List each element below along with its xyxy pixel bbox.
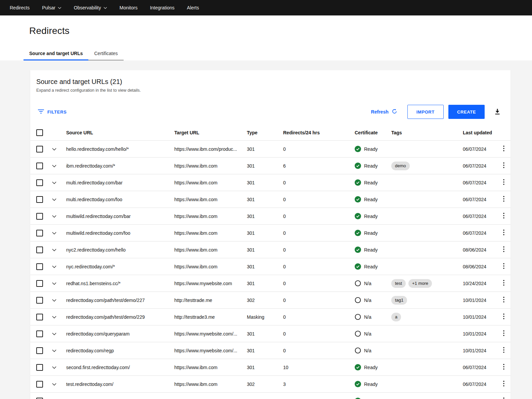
tab-certificates[interactable]: Certificates <box>88 48 123 60</box>
nav-item-integrations[interactable]: Integrations <box>150 5 174 10</box>
redirects-count-cell: 0 <box>283 331 355 337</box>
column-header-tags[interactable]: Tags <box>391 130 463 135</box>
kebab-menu-icon <box>503 263 504 270</box>
expand-row-button[interactable] <box>45 197 60 202</box>
row-overflow-menu-button[interactable] <box>497 397 511 399</box>
filters-button[interactable]: FILTERS <box>35 106 70 118</box>
row-overflow-menu-button[interactable] <box>497 229 511 236</box>
expand-row-button[interactable] <box>45 348 60 353</box>
row-overflow-menu-button[interactable] <box>497 196 511 203</box>
row-overflow-menu-button[interactable] <box>497 347 511 354</box>
nav-item-label: Alerts <box>187 5 199 10</box>
certificate-cell: Ready <box>355 196 391 203</box>
expand-row-button[interactable] <box>45 365 60 370</box>
row-checkbox[interactable] <box>36 146 43 152</box>
row-checkbox[interactable] <box>36 163 43 169</box>
expand-row-button[interactable] <box>45 314 60 320</box>
row-checkbox[interactable] <box>36 280 43 287</box>
row-checkbox[interactable] <box>36 213 43 220</box>
row-checkbox[interactable] <box>36 297 43 304</box>
nav-item-observability[interactable]: Observability <box>74 5 107 10</box>
column-header-type[interactable]: Type <box>247 130 283 135</box>
row-overflow-menu-button[interactable] <box>497 330 511 337</box>
expand-row-button[interactable] <box>45 298 60 303</box>
toolbar-actions: Refresh IMPORT CREATE <box>371 105 500 119</box>
certificate-ready-icon <box>355 398 361 399</box>
target-url-cell: https://www.ibm.com <box>174 230 247 236</box>
row-checkbox[interactable] <box>36 330 43 337</box>
type-cell: 301 <box>247 281 283 286</box>
column-header-redirects[interactable]: Redirects/24 hrs <box>283 130 355 135</box>
tag-pill[interactable]: demo <box>391 162 410 170</box>
row-checkbox[interactable] <box>36 381 43 388</box>
expand-row-button[interactable] <box>45 331 60 337</box>
import-button[interactable]: IMPORT <box>407 105 444 119</box>
create-button[interactable]: CREATE <box>448 105 485 119</box>
row-overflow-menu-button[interactable] <box>497 280 511 287</box>
source-url-cell: multiwild.redirecttoday.com/foo <box>60 230 174 236</box>
certificate-ready-icon <box>355 196 361 203</box>
top-nav: Redirects Pulsar Observability Monitors … <box>0 0 532 15</box>
expand-row-button[interactable] <box>45 163 60 169</box>
row-overflow-menu-button[interactable] <box>497 263 511 270</box>
row-checkbox[interactable] <box>36 179 43 186</box>
source-url-cell: multi.redirecttoday.com/foo <box>60 197 174 202</box>
chevron-down-icon <box>52 348 56 353</box>
expand-row-button[interactable] <box>45 146 60 152</box>
expand-row-button[interactable] <box>45 382 60 387</box>
row-checkbox[interactable] <box>36 347 43 354</box>
expand-row-button[interactable] <box>45 281 60 286</box>
expand-row-button[interactable] <box>45 264 60 269</box>
expand-row-button[interactable] <box>45 247 60 253</box>
row-checkbox[interactable] <box>36 398 43 399</box>
row-overflow-menu-button[interactable] <box>497 179 511 186</box>
row-overflow-menu-button[interactable] <box>497 162 511 169</box>
nav-item-monitors[interactable]: Monitors <box>120 5 138 10</box>
last-updated-cell: 08/06/2024 <box>463 264 497 269</box>
row-checkbox[interactable] <box>36 247 43 253</box>
target-url-cell: https://www.ibm.com <box>174 247 247 253</box>
chevron-down-icon <box>52 247 56 253</box>
nav-item-pulsar[interactable]: Pulsar <box>42 5 61 10</box>
row-checkbox[interactable] <box>36 314 43 320</box>
chevron-down-icon <box>52 214 56 219</box>
row-checkbox[interactable] <box>36 364 43 371</box>
type-cell: 302 <box>247 298 283 303</box>
row-checkbox[interactable] <box>36 263 43 270</box>
column-header-last-updated[interactable]: Last updated <box>463 130 497 135</box>
row-checkbox-cell <box>30 398 45 399</box>
table-row: test.redirecttoday.com/ https://www.ibm.… <box>30 376 511 393</box>
row-overflow-menu-button[interactable] <box>497 145 511 152</box>
tag-pill[interactable]: a <box>391 313 401 321</box>
row-checkbox[interactable] <box>36 196 43 203</box>
certificate-status-label: N/a <box>364 298 371 303</box>
expand-row-button[interactable] <box>45 230 60 236</box>
column-header-source-url[interactable]: Source URL <box>60 130 174 135</box>
redirects-count-cell: 0 <box>283 146 355 152</box>
tag-pill[interactable]: test <box>391 279 406 288</box>
expand-row-button[interactable] <box>45 180 60 185</box>
expand-row-button[interactable] <box>45 214 60 219</box>
column-header-target-url[interactable]: Target URL <box>174 130 247 135</box>
row-checkbox-cell <box>30 163 45 169</box>
nav-item-redirects[interactable]: Redirects <box>10 5 30 10</box>
row-overflow-menu-button[interactable] <box>497 297 511 304</box>
kebab-menu-icon <box>503 213 504 220</box>
tag-pill[interactable]: tag1 <box>391 296 407 305</box>
select-all-checkbox[interactable] <box>36 129 43 136</box>
row-checkbox[interactable] <box>36 230 43 236</box>
last-updated-cell: 10/01/2024 <box>463 314 497 320</box>
nav-item-alerts[interactable]: Alerts <box>187 5 199 10</box>
refresh-button[interactable]: Refresh <box>371 108 397 115</box>
column-header-certificate[interactable]: Certificate <box>355 130 391 135</box>
row-overflow-menu-button[interactable] <box>497 313 511 320</box>
download-icon[interactable] <box>494 109 500 115</box>
row-overflow-menu-button[interactable] <box>497 246 511 253</box>
type-cell: 301 <box>247 247 283 253</box>
tab-source-and-target-urls[interactable]: Source and target URLs <box>24 48 88 60</box>
row-overflow-menu-button[interactable] <box>497 381 511 388</box>
row-overflow-menu-button[interactable] <box>497 213 511 220</box>
row-overflow-menu-button[interactable] <box>497 364 511 371</box>
tag-pill[interactable]: +1 more <box>408 279 432 288</box>
redirects-count-cell: 0 <box>283 348 355 353</box>
